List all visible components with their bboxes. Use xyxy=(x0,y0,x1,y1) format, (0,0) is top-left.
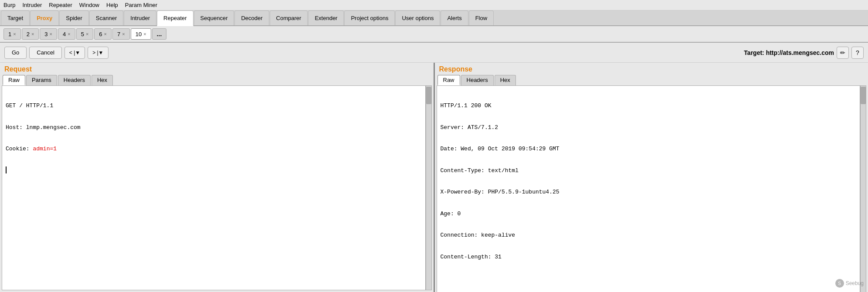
request-header: Request xyxy=(0,63,434,74)
close-subtab-1[interactable]: × xyxy=(13,31,16,37)
close-subtab-2[interactable]: × xyxy=(31,31,34,37)
request-line-2: Host: lnmp.mengsec.com xyxy=(6,123,422,132)
subtab-2[interactable]: 2 × xyxy=(22,28,39,40)
response-panel: Response Raw Headers Hex HTTP/1.1 200 OK… xyxy=(435,63,868,292)
request-tabs: Raw Params Headers Hex xyxy=(0,74,434,85)
response-tab-raw[interactable]: Raw xyxy=(437,75,460,85)
tab-extender[interactable]: Extender xyxy=(308,10,344,25)
subtab-6[interactable]: 6 × xyxy=(94,28,112,40)
subtab-5[interactable]: 5 × xyxy=(76,28,94,40)
back-button[interactable]: < |▼ xyxy=(64,47,85,59)
response-line-1: HTTP/1.1 200 OK xyxy=(441,102,857,110)
request-scrollbar[interactable] xyxy=(426,85,432,290)
menu-repeater[interactable]: Repeater xyxy=(49,2,72,8)
response-tab-hex[interactable]: Hex xyxy=(495,75,516,85)
edit-button[interactable]: ✏ xyxy=(837,47,849,59)
cancel-button[interactable]: Cancel xyxy=(29,47,61,59)
tab-proxy[interactable]: Proxy xyxy=(30,10,59,25)
response-tabs: Raw Headers Hex xyxy=(435,74,868,85)
tab-comparer[interactable]: Comparer xyxy=(270,10,308,25)
response-line-8: Content-Length: 31 xyxy=(441,253,857,261)
close-subtab-5[interactable]: × xyxy=(86,31,88,37)
tab-scanner[interactable]: Scanner xyxy=(89,10,123,25)
response-scrollbar-thumb[interactable] xyxy=(861,87,866,104)
menu-window[interactable]: Window xyxy=(79,2,99,8)
tab-flow[interactable]: Flow xyxy=(469,10,494,25)
response-line-2: Server: ATS/7.1.2 xyxy=(441,123,857,132)
tab-target[interactable]: Target xyxy=(1,10,30,25)
subtab-7[interactable]: 7 × xyxy=(112,28,130,40)
go-button[interactable]: Go xyxy=(4,47,27,59)
tab-intruder[interactable]: Intruder xyxy=(124,10,156,25)
tab-repeater[interactable]: Repeater xyxy=(157,10,193,26)
subtab-1[interactable]: 1 × xyxy=(3,28,21,40)
tab-alerts[interactable]: Alerts xyxy=(441,10,468,25)
subtab-10[interactable]: 10 × xyxy=(131,28,151,40)
request-text-area[interactable]: GET / HTTP/1.1 Host: lnmp.mengsec.com Co… xyxy=(2,85,426,290)
close-subtab-3[interactable]: × xyxy=(50,31,52,37)
request-panel: Request Raw Params Headers Hex GET / HTT… xyxy=(0,63,435,292)
tab-user-options[interactable]: User options xyxy=(395,10,440,25)
request-line-3: Cookie: admin=1 xyxy=(6,145,422,153)
response-text-area[interactable]: HTTP/1.1 200 OK Server: ATS/7.1.2 Date: … xyxy=(437,85,861,292)
response-scrollbar[interactable] xyxy=(860,85,866,292)
request-tab-raw[interactable]: Raw xyxy=(3,75,25,85)
main-tab-bar: Target Proxy Spider Scanner Intruder Rep… xyxy=(0,10,868,26)
menu-burp[interactable]: Burp xyxy=(3,2,15,8)
response-line-6: Age: 0 xyxy=(441,210,857,218)
menu-intruder[interactable]: Intruder xyxy=(22,2,42,8)
response-line-9 xyxy=(441,274,857,283)
toolbar: Go Cancel < |▼ > |▼ Target: http://ats.m… xyxy=(0,43,868,63)
response-line-5: X-Powered-By: PHP/5.5.9-1ubuntu4.25 xyxy=(441,188,857,197)
close-subtab-10[interactable]: × xyxy=(143,31,146,37)
response-line-3: Date: Wed, 09 Oct 2019 09:54:29 GMT xyxy=(441,145,857,153)
tab-decoder[interactable]: Decoder xyxy=(234,10,269,25)
sub-tab-bar: 1 × 2 × 3 × 4 × 5 × 6 × 7 × 10 × ... xyxy=(0,26,868,43)
response-line-7: Connection: keep-alive xyxy=(441,231,857,240)
close-subtab-4[interactable]: × xyxy=(68,31,70,37)
main-content: Request Raw Params Headers Hex GET / HTT… xyxy=(0,63,868,292)
request-tab-headers[interactable]: Headers xyxy=(58,75,91,85)
response-header: Response xyxy=(435,63,868,74)
target-label: Target: http://ats.mengsec.com xyxy=(744,49,834,56)
response-tab-headers[interactable]: Headers xyxy=(461,75,494,85)
menu-param-miner[interactable]: Param Miner xyxy=(125,2,157,8)
seebug-watermark: S Seebug xyxy=(835,279,864,288)
forward-button[interactable]: > |▼ xyxy=(88,47,108,59)
menu-bar: Burp Intruder Repeater Window Help Param… xyxy=(0,0,868,10)
seebug-icon: S xyxy=(835,279,844,288)
request-tab-hex[interactable]: Hex xyxy=(92,75,113,85)
tab-sequencer[interactable]: Sequencer xyxy=(194,10,234,25)
response-text-container: HTTP/1.1 200 OK Server: ATS/7.1.2 Date: … xyxy=(437,85,867,292)
tab-spider[interactable]: Spider xyxy=(59,10,89,25)
text-cursor xyxy=(6,166,7,173)
help-button[interactable]: ? xyxy=(851,47,864,59)
close-subtab-7[interactable]: × xyxy=(122,31,125,37)
tab-project-options[interactable]: Project options xyxy=(344,10,395,25)
request-text-container: GET / HTTP/1.1 Host: lnmp.mengsec.com Co… xyxy=(2,85,432,290)
request-tab-params[interactable]: Params xyxy=(26,75,57,85)
request-line-1: GET / HTTP/1.1 xyxy=(6,102,422,110)
menu-help[interactable]: Help xyxy=(106,2,118,8)
response-line-4: Content-Type: text/html xyxy=(441,166,857,175)
seebug-text: Seebug xyxy=(846,280,864,286)
subtab-4[interactable]: 4 × xyxy=(58,28,75,40)
cookie-value: admin=1 xyxy=(33,146,57,152)
request-cursor-line xyxy=(6,166,422,177)
subtab-3[interactable]: 3 × xyxy=(40,28,57,40)
request-scrollbar-thumb[interactable] xyxy=(426,87,431,104)
close-subtab-6[interactable]: × xyxy=(104,31,107,37)
subtab-more[interactable]: ... xyxy=(152,28,167,40)
